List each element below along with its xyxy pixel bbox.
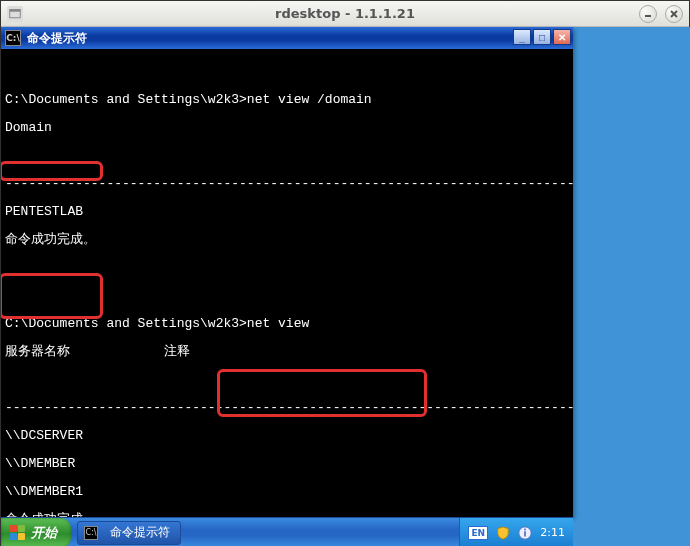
divider: ----------------------------------------… <box>5 177 569 191</box>
cmd-maximize-button[interactable]: □ <box>533 29 551 45</box>
cmd-close-button[interactable]: ✕ <box>553 29 571 45</box>
outer-window: rdesktop - 1.1.1.21 C:\ 命令提示符 _ □ ✕ C:\D… <box>0 0 690 546</box>
outer-title: rdesktop - 1.1.1.21 <box>275 6 415 21</box>
cmd-title: 命令提示符 <box>27 30 87 47</box>
taskbar-item-cmd[interactable]: C:\ 命令提示符 <box>77 521 181 545</box>
app-icon <box>7 6 23 22</box>
language-indicator[interactable]: EN <box>468 526 488 540</box>
outer-title-bar[interactable]: rdesktop - 1.1.1.21 <box>1 1 689 27</box>
server-line: \\DCSERVER <box>5 429 569 443</box>
cmd-window: C:\ 命令提示符 _ □ ✕ C:\Documents and Setting… <box>1 27 573 517</box>
line <box>5 289 569 303</box>
line: Domain <box>5 121 569 135</box>
divider: ----------------------------------------… <box>5 401 569 415</box>
start-label: 开始 <box>31 524 57 542</box>
close-button[interactable] <box>665 5 683 23</box>
taskbar: 开始 C:\ 命令提示符 EN 2:11 <box>1 517 573 546</box>
cmd-title-bar[interactable]: C:\ 命令提示符 _ □ ✕ <box>1 27 573 49</box>
line <box>5 261 569 275</box>
cmd-minimize-button[interactable]: _ <box>513 29 531 45</box>
cmd-icon: C:\ <box>5 30 21 46</box>
clock[interactable]: 2:11 <box>540 526 565 539</box>
svg-rect-6 <box>524 531 526 536</box>
svg-rect-1 <box>10 10 21 12</box>
remote-desktop-area: C:\ 命令提示符 _ □ ✕ C:\Documents and Setting… <box>1 27 690 546</box>
prompt-line: C:\Documents and Settings\w2k3>net view … <box>5 93 569 107</box>
outer-window-controls <box>639 5 683 23</box>
server-line: \\DMEMBER1 <box>5 485 569 499</box>
domain-line: PENTESTLAB <box>5 205 569 219</box>
shield-icon[interactable] <box>496 526 510 540</box>
system-tray: EN 2:11 <box>459 518 573 547</box>
prompt-line: C:\Documents and Settings\w2k3>net view <box>5 317 569 331</box>
info-icon[interactable] <box>518 526 532 540</box>
windows-logo-icon <box>9 525 25 541</box>
cmd-output[interactable]: C:\Documents and Settings\w2k3>net view … <box>1 49 573 517</box>
taskbar-item-label: 命令提示符 <box>110 524 170 541</box>
line <box>5 65 569 79</box>
server-line: \\DMEMBER <box>5 457 569 471</box>
server-header: 服务器名称 注释 <box>5 345 569 359</box>
minimize-button[interactable] <box>639 5 657 23</box>
cmd-window-controls: _ □ ✕ <box>511 29 571 45</box>
svg-rect-7 <box>524 528 526 530</box>
success-line: 命令成功完成。 <box>5 233 569 247</box>
start-button[interactable]: 开始 <box>1 518 71 547</box>
cmd-icon: C:\ <box>84 526 98 540</box>
line <box>5 149 569 163</box>
line <box>5 373 569 387</box>
